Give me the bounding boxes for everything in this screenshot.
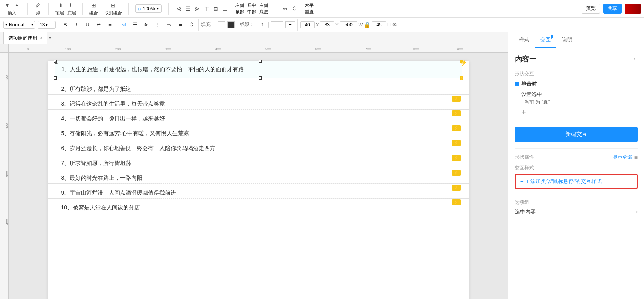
add-hover-style-button[interactable]: + + 添加类似"鼠标悬停"的交互样式 <box>515 174 638 189</box>
item-text-2: 2、所有跋涉，都是为了抵达 <box>61 86 132 92</box>
resize-handle-bm[interactable] <box>259 76 262 80</box>
resize-handle-br[interactable]: ⚡ <box>460 76 463 80</box>
list-item[interactable]: 4、一切都会好的，像日出一样，越来越好 <box>48 111 469 124</box>
align-bottom-icon[interactable]: ⊥ <box>221 5 229 13</box>
font-style-dropdown[interactable]: ▾ Normal ▾ <box>3 21 35 29</box>
y-input[interactable] <box>320 21 334 28</box>
sep3 <box>82 3 83 15</box>
distribute-h-icon[interactable]: ⇹ <box>281 5 289 13</box>
list-button[interactable]: ≡ <box>106 20 114 29</box>
right-panel: 样式 交互 · 说明 ⌐ 内容一 形状交互 单击时 <box>508 32 644 299</box>
list-item[interactable]: 3、记得在这杂乱的生活里，每天带点笑意 <box>48 96 469 110</box>
sep2 <box>48 3 49 15</box>
align-middle-v-icon[interactable]: ⊟ <box>212 5 220 13</box>
distributed-button[interactable]: ≣ <box>176 20 185 29</box>
show-all-link[interactable]: 显示全部 <box>613 154 632 161</box>
toolbar-point[interactable]: 🖊 点 <box>34 1 42 16</box>
tab-note[interactable]: 说明 <box>556 32 578 48</box>
list-item[interactable]: ⚡ ⚡ 1、人生的旅途，前途很远，也很暗，然而不要怕，不怕的人的面前才有路 <box>55 61 462 78</box>
zoom-control[interactable]: ⌕ 100% ▾ <box>135 4 162 13</box>
x-input[interactable] <box>300 21 315 28</box>
fill-label: 填充： <box>201 21 215 28</box>
underline-button[interactable]: U <box>83 20 92 29</box>
vertical-ruler: 100 200 300 400 <box>0 53 9 299</box>
add-action-button[interactable]: + <box>521 108 638 117</box>
canvas-content: 100 200 300 400 ⚡ <box>0 53 508 299</box>
horizontal-ruler: // draw ruler ticks inline won't work - … <box>9 44 508 53</box>
canvas-tab[interactable]: 选项组的使用 × <box>3 32 47 44</box>
line-value-input[interactable] <box>257 22 269 28</box>
align-top-icon[interactable]: ⊤ <box>203 5 211 13</box>
coord-group: X Y W 🔒 H 👁 <box>300 21 397 28</box>
line-style-selector[interactable] <box>271 21 283 28</box>
align-right-icon[interactable]: ⫸ <box>193 5 201 13</box>
canvas-scroll[interactable]: ⚡ ⚡ 1、人生的旅途，前途很远，也很暗，然而不要怕，不怕的人的面前才有路 2、… <box>9 53 508 299</box>
tab-style[interactable]: 样式 <box>513 32 535 48</box>
font-style-value: Normal <box>9 22 30 28</box>
bold-button[interactable]: B <box>61 20 70 29</box>
item-text-1: 1、人生的旅途，前途很远，也很暗，然而不要怕，不怕的人的面前才有路 <box>62 66 244 73</box>
distribute-v-icon[interactable]: ⇳ <box>291 5 299 13</box>
indent-button[interactable]: ⊸ <box>165 20 173 29</box>
h-input[interactable] <box>372 21 386 28</box>
sep4 <box>128 3 129 15</box>
list-item[interactable]: 7、所求皆如愿，所行皆坦荡 <box>48 156 469 169</box>
menu-icon[interactable]: ≡ <box>634 154 638 161</box>
align-center-h-icon[interactable]: ☰ <box>184 5 192 13</box>
top-layer-label: 顶层 <box>55 10 64 16</box>
click-indicator <box>515 82 519 86</box>
list-item[interactable]: 9、宇宙山河烂漫，人间点滴温暖都值得我前进 <box>48 185 469 199</box>
panel-corner-icon[interactable]: ⌐ <box>634 54 638 62</box>
bottom-layer-label: 底层 <box>67 10 76 16</box>
align-left-text-button[interactable]: ⫷ <box>120 20 128 29</box>
top-label: 顶部 <box>235 9 244 15</box>
add-hover-style-label: + 添加类似"鼠标悬停"的交互样式 <box>526 178 602 185</box>
list-item[interactable]: 8、最好的时光在路上，一路向阳 <box>48 171 469 184</box>
resize-handle-tr[interactable]: ⚡ <box>460 60 463 63</box>
canvas-page: ⚡ ⚡ 1、人生的旅途，前途很远，也很暗，然而不要怕，不怕的人的面前才有路 2、… <box>48 61 469 299</box>
shape-properties-label: 形状属性 <box>515 154 534 161</box>
align-center-text-button[interactable]: ☰ <box>131 20 140 29</box>
sep1 <box>27 3 28 15</box>
item-text-10: 10、被窝是天堂在人间设的分店 <box>61 204 140 211</box>
visibility-icon[interactable]: 👁 <box>392 22 397 28</box>
list-item[interactable]: 5、存储阳光，必有远芳;心中有暖，又何惧人生荒凉 <box>48 126 469 139</box>
justify-button[interactable]: ⋮ <box>153 20 162 29</box>
new-interaction-button[interactable]: 新建交互 <box>515 127 638 142</box>
share-button[interactable]: 共享 <box>603 4 622 14</box>
align-right-text-button[interactable]: ⫸ <box>142 20 151 29</box>
list-item[interactable]: 6、岁月还漫长，你心地善良，终会有一人陪你骑马喝酒走四方 <box>48 141 469 154</box>
fill-color-dark[interactable] <box>227 21 235 28</box>
plus-icon: + <box>521 108 526 117</box>
tab-interaction[interactable]: 交互 · <box>535 32 556 48</box>
list-item[interactable]: 2、所有跋涉，都是为了抵达 <box>48 82 469 95</box>
line-end-selector[interactable]: ━ <box>285 21 295 28</box>
tab-close-button[interactable]: × <box>40 36 42 40</box>
resize-handle-bl[interactable] <box>54 76 57 80</box>
left-label: 左侧 <box>235 2 244 8</box>
point-label: 点 <box>36 10 40 16</box>
toolbar-top-layer[interactable]: ⬆ ⬇ 顶层 底层 <box>55 1 76 16</box>
option-content-row[interactable]: 选中内容 › <box>515 208 638 215</box>
list-item[interactable]: 10、被窝是天堂在人间设的分店 <box>48 200 469 213</box>
toolbar-ungroup[interactable]: ⊟ 取消组合 <box>104 1 122 16</box>
w-input[interactable] <box>340 21 357 28</box>
italic-button[interactable]: I <box>72 20 81 29</box>
line-spacing-button[interactable]: ⇕ <box>187 20 196 29</box>
group-icon: ⊞ <box>90 1 98 9</box>
strikethrough-button[interactable]: S <box>94 20 103 29</box>
fill-color-white[interactable] <box>218 21 225 28</box>
toolbar-group[interactable]: ⊞ 组合 <box>89 1 98 16</box>
preview-button[interactable]: 预览 <box>582 4 600 14</box>
font-size-dropdown[interactable]: 13 ▾ <box>38 21 56 29</box>
item-text-9: 9、宇宙山河烂漫，人间点滴温暖都值得我前进 <box>61 189 177 196</box>
toolbar-insert[interactable]: ▾ ✦ 插入 <box>3 1 21 16</box>
canvas-item-selected-wrapper[interactable]: ⚡ ⚡ 1、人生的旅途，前途很远，也很暗，然而不要怕，不怕的人的面前才有路 <box>48 61 469 78</box>
font-style-arrow: ▾ <box>31 22 33 27</box>
align-left-icon[interactable]: ⫷ <box>175 5 183 13</box>
pen-icon: 🖊 <box>34 1 42 9</box>
tab-arrow[interactable]: ▾ <box>49 35 51 41</box>
lock-icon[interactable]: 🔒 <box>364 22 371 28</box>
on-click-header: 单击时 <box>515 80 638 88</box>
resize-handle-tm[interactable] <box>259 60 262 63</box>
